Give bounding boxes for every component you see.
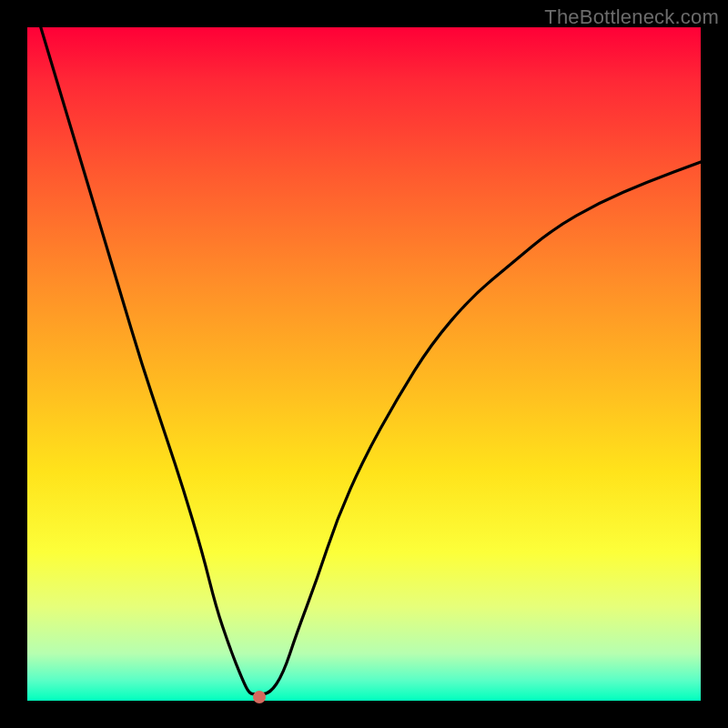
- watermark-text: TheBottleneck.com: [544, 5, 719, 29]
- bottleneck-curve: [27, 27, 701, 701]
- optimal-point-marker: [253, 691, 266, 703]
- chart-plot-area: [27, 27, 701, 701]
